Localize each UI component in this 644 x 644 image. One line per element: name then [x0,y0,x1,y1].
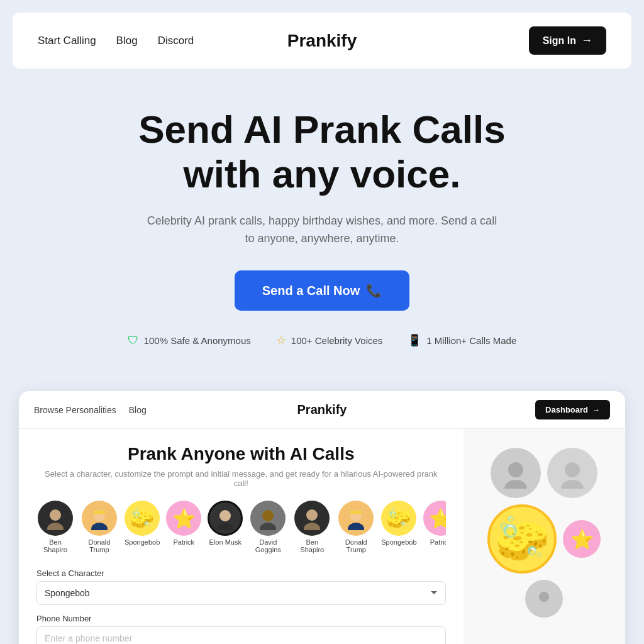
preview-avatar-gray-2 [547,448,597,498]
avatar-item-spongebob-1[interactable]: 🧽 Spongebob [125,501,160,553]
nav-discord[interactable]: Discord [158,35,194,47]
nav-brand: Prankify [287,31,357,51]
app-right-panel: 🧽 ⭐ [464,429,625,644]
signin-button[interactable]: Sign In → [529,26,606,55]
avatar-circle-donald-trump-1 [82,501,117,536]
star-icon: ☆ [276,333,286,347]
avatar-label-patrick-1: Patrick [173,538,194,546]
avatar-label-patrick-2: Patrick [430,538,446,546]
svg-point-15 [504,480,527,489]
avatar-label-ben-shapiro: Ben Shapiro [36,538,74,553]
badge-safe: 🛡 100% Safe & Anonymous [128,333,251,347]
svg-point-1 [47,523,64,530]
avatar-label-spongebob-2: Spongebob [381,538,416,546]
avatars-row: Ben Shapiro Donald Trump [36,501,446,556]
avatar-label-donald-trump-1: Donald Trump [80,538,118,553]
avatar-circle-patrick-1: ⭐ [166,501,201,536]
cta-label: Send a Call Now [262,284,360,298]
svg-point-13 [348,523,364,530]
svg-point-10 [304,523,320,530]
svg-point-6 [217,523,233,530]
preview-avatar-pink: ⭐ [563,520,601,558]
nav-right: Sign In → [529,26,606,55]
badge-calls-text: 1 Million+ Calls Made [426,335,516,346]
app-nav-browse[interactable]: Browse Personalities [34,405,116,415]
badge-voices-text: 100+ Celebrity Voices [291,335,383,346]
badge-safe-text: 100% Safe & Anonymous [144,335,251,346]
avatar-item-ben-shapiro-2[interactable]: Ben Shapiro [293,501,331,553]
cta-button[interactable]: Send a Call Now 📞 [235,270,410,311]
app-nav-blog[interactable]: Blog [129,405,147,415]
preview-avatar-gray-1 [491,448,541,498]
phone-icon: 📞 [366,283,382,298]
app-dashboard-button[interactable]: Dashboard → [535,400,610,419]
badge-voices: ☆ 100+ Celebrity Voices [276,333,383,347]
svg-point-5 [219,510,231,521]
app-title: Prank Anyone with AI Calls [36,444,446,464]
avatar-label-david-goggins: David Goggins [249,538,287,553]
avatar-circle-ben-shapiro [38,501,73,536]
nav-left: Start Calling Blog Discord [38,35,194,47]
svg-rect-3 [94,511,105,514]
svg-point-8 [260,523,276,530]
svg-point-16 [565,462,580,477]
svg-point-0 [50,509,61,521]
avatar-item-elon-musk[interactable]: Elon Musk [208,501,243,553]
preview-avatar-gray-3 [525,580,563,618]
character-label: Select a Character [36,569,446,578]
app-subtitle: Select a character, customize the prompt… [36,469,446,488]
badge-calls: 📱 1 Million+ Calls Made [408,333,516,347]
avatar-item-david-goggins[interactable]: David Goggins [249,501,287,553]
dashboard-arrow-icon: → [592,405,600,414]
dashboard-label: Dashboard [545,405,588,414]
phone-number-group: Phone Number [36,614,446,644]
avatars-preview: 🧽 ⭐ [464,429,625,636]
avatar-label-donald-trump-2: Donald Trump [337,538,375,553]
phone-label: Phone Number [36,614,446,623]
avatar-item-patrick-2[interactable]: ⭐ Patrick [423,501,446,553]
phone-badge-icon: 📱 [408,333,421,347]
avatar-label-elon-musk: Elon Musk [209,538,242,546]
avatar-circle-donald-trump-2 [338,501,374,536]
character-select[interactable]: Spongebob Ben Shapiro Donald Trump Patri… [36,581,446,605]
avatar-item-ben-shapiro[interactable]: Ben Shapiro [36,501,74,553]
avatar-circle-david-goggins [250,501,286,536]
avatar-item-donald-trump-1[interactable]: Donald Trump [80,501,118,553]
svg-point-9 [306,509,318,521]
svg-point-4 [91,523,108,530]
app-navbar: Browse Personalities Blog Prankify Dashb… [19,391,625,429]
avatar-circle-ben-shapiro-2 [294,501,330,536]
signin-label: Sign In [543,35,576,47]
hero-subtitle: Celebrity AI prank calls, happy birthday… [146,212,498,248]
avatar-circle-elon-musk [208,501,243,536]
nav-blog[interactable]: Blog [116,35,138,47]
svg-rect-12 [350,511,362,514]
nav-start-calling[interactable]: Start Calling [38,35,96,47]
app-brand: Prankify [297,402,347,417]
svg-point-7 [262,510,274,521]
badges: 🛡 100% Safe & Anonymous ☆ 100+ Celebrity… [13,333,631,347]
avatar-circle-spongebob-2: 🧽 [381,501,416,536]
hero-section: Send AI Prank Calls with any voice. Cele… [0,69,644,391]
character-select-group: Select a Character Spongebob Ben Shapiro… [36,569,446,605]
avatar-label-spongebob-1: Spongebob [125,538,160,546]
avatar-item-donald-trump-2[interactable]: Donald Trump [337,501,375,553]
app-left-panel: Prank Anyone with AI Calls Select a char… [19,429,464,644]
navbar: Start Calling Blog Discord Prankify Sign… [13,13,631,69]
svg-point-18 [539,592,549,602]
phone-input[interactable] [36,626,446,644]
shield-icon: 🛡 [128,334,139,347]
app-nav-links: Browse Personalities Blog [34,405,147,415]
avatar-circle-spongebob-1: 🧽 [125,501,160,536]
app-content: Prank Anyone with AI Calls Select a char… [19,429,625,644]
preview-avatar-spongebob-large: 🧽 [487,504,557,574]
signin-arrow-icon: → [581,34,592,47]
avatar-item-patrick-1[interactable]: ⭐ Patrick [166,501,201,553]
avatar-circle-patrick-2: ⭐ [423,501,446,536]
svg-point-14 [508,462,523,477]
app-preview: Browse Personalities Blog Prankify Dashb… [19,391,625,644]
hero-title: Send AI Prank Calls with any voice. [102,107,542,197]
avatar-item-spongebob-2[interactable]: 🧽 Spongebob [381,501,416,553]
svg-point-17 [561,480,584,489]
avatar-label-ben-shapiro-2: Ben Shapiro [293,538,331,553]
